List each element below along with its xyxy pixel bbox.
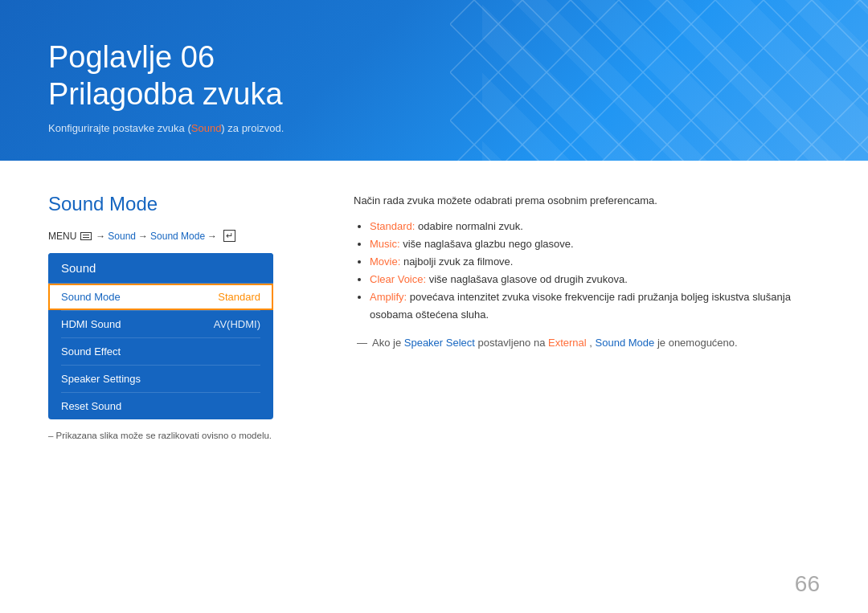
- osd-menu-header: Sound: [48, 253, 273, 284]
- term-external: External: [548, 337, 587, 349]
- term-sound-mode: Sound Mode: [596, 337, 655, 349]
- right-column: Način rada zvuka možete odabrati prema o…: [354, 193, 820, 597]
- term-music: Music:: [370, 238, 400, 250]
- arrow3: →: [207, 231, 217, 242]
- osd-item-label: Speaker Settings: [61, 373, 141, 385]
- page-number: 66: [795, 571, 820, 597]
- list-item-clearvoice: Clear Voice: više naglašava glasove od d…: [370, 271, 820, 288]
- osd-item-resetsound[interactable]: Reset Sound: [48, 393, 273, 419]
- header-subtitle: Konfigurirajte postavke zvuka (Sound) za…: [48, 122, 820, 134]
- osd-item-label: Reset Sound: [61, 400, 121, 412]
- osd-item-soundeffect[interactable]: Sound Effect: [48, 338, 273, 365]
- osd-item-soundmode[interactable]: Sound Mode Standard: [48, 284, 273, 310]
- menu-label: MENU: [48, 231, 76, 242]
- menu-path: MENU → Sound → Sound Mode → ↵: [48, 230, 321, 242]
- menu-icon: [80, 232, 92, 240]
- term-standard: Standard:: [370, 220, 415, 232]
- osd-item-label: Sound Mode: [61, 291, 121, 303]
- osd-item-label: HDMI Sound: [61, 318, 121, 330]
- list-item-amplify: Amplify: povećava intenzitet zvuka visok…: [370, 288, 820, 324]
- info-prefix: Ako je: [372, 337, 404, 349]
- arrow2: →: [138, 231, 148, 242]
- term-movie: Movie:: [370, 255, 400, 268]
- osd-item-hdmisound[interactable]: HDMI Sound AV(HDMI): [48, 311, 273, 337]
- main-content: Sound Mode MENU → Sound → Sound Mode → ↵…: [0, 161, 868, 613]
- list-item-standard: Standard: odabire normalni zvuk.: [370, 218, 820, 235]
- image-note: – Prikazana slika može se razlikovati ov…: [48, 431, 321, 440]
- arrow1: →: [96, 231, 105, 242]
- menu-link-soundmode: Sound Mode: [150, 231, 205, 242]
- osd-item-label: Sound Effect: [61, 345, 121, 358]
- osd-item-speakersettings[interactable]: Speaker Settings: [48, 366, 273, 392]
- term-speaker-select: Speaker Select: [404, 337, 475, 349]
- page-title: Poglavlje 06 Prilagodba zvuka: [48, 39, 820, 112]
- enter-icon: ↵: [223, 230, 235, 242]
- info-suffix: je onemogućeno.: [657, 337, 738, 349]
- info-note: ― Ako je Speaker Select postavljeno na E…: [354, 337, 820, 349]
- left-column: Sound Mode MENU → Sound → Sound Mode → ↵…: [48, 193, 321, 597]
- info-middle: postavljeno na: [478, 337, 548, 349]
- osd-menu: Sound Sound Mode Standard HDMI Sound AV(…: [48, 253, 273, 419]
- list-item-movie: Movie: najbolji zvuk za filmove.: [370, 253, 820, 271]
- section-title: Sound Mode: [48, 193, 321, 215]
- header-banner: Poglavlje 06 Prilagodba zvuka Konfigurir…: [0, 0, 868, 161]
- menu-link-sound: Sound: [108, 231, 136, 242]
- term-clearvoice: Clear Voice:: [370, 273, 426, 285]
- osd-item-value: Standard: [218, 291, 260, 303]
- list-item-music: Music: više naglašava glazbu nego glasov…: [370, 235, 820, 253]
- bullet-list: Standard: odabire normalni zvuk. Music: …: [354, 218, 820, 325]
- info-comma: ,: [589, 337, 595, 349]
- info-dash: ―: [357, 337, 367, 349]
- term-amplify: Amplify:: [370, 291, 407, 303]
- osd-item-value: AV(HDMI): [214, 318, 260, 330]
- description-intro: Način rada zvuka možete odabrati prema o…: [354, 193, 820, 210]
